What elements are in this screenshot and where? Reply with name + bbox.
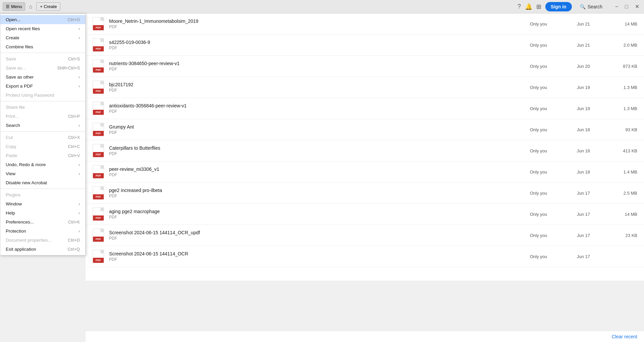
file-sharing: Only you <box>530 127 577 132</box>
menu-item-create[interactable]: Create› <box>0 33 85 42</box>
table-row[interactable]: PDF bjc2017192 PDF Only you Jun 19 1.3 M… <box>86 77 644 98</box>
file-sharing: Only you <box>530 191 577 196</box>
file-size: 413 KB <box>610 148 637 153</box>
table-row[interactable]: PDF pge2 increased pro-ilbeta PDF Only y… <box>86 183 644 204</box>
table-row[interactable]: PDF Screenshot 2024-06-15 144114_OCR PDF… <box>86 246 644 267</box>
menu-item-preferences[interactable]: Preferences...Ctrl+K <box>0 217 85 227</box>
menu-item-search[interactable]: Search› <box>0 121 85 130</box>
menu-item-label: Document properties... <box>6 238 52 243</box>
file-type: PDF <box>109 25 530 29</box>
file-info: peer-review_mi3306_v1 PDF <box>109 166 530 177</box>
menu-item-label: Disable new Acrobat <box>6 180 47 185</box>
menu-item-disable-acrobat[interactable]: Disable new Acrobat <box>0 178 85 187</box>
menu-item-combine[interactable]: Combine files <box>0 42 85 51</box>
file-size: 23 KB <box>610 233 637 238</box>
pdf-label: PDF <box>93 25 104 30</box>
table-row[interactable]: PDF antioxidants-3056846-peer-review-v1 … <box>86 98 644 119</box>
file-name: aging pge2 macrophage <box>109 209 530 214</box>
menu-item-shortcut: Ctrl+X <box>68 135 80 140</box>
file-date: Jun 19 <box>577 106 610 111</box>
file-sharing: Only you <box>530 254 577 259</box>
file-sharing: Only you <box>530 64 577 69</box>
menu-item-label: Save as other <box>6 75 34 80</box>
menu-divider <box>0 53 85 53</box>
menu-item-shortcut: Ctrl+V <box>68 153 80 158</box>
file-date: Jun 19 <box>577 85 610 90</box>
file-icon: PDF <box>92 17 104 31</box>
topbar-search-button[interactable]: 🔍 Search <box>576 3 606 11</box>
menu-item-window[interactable]: Window› <box>0 199 85 208</box>
search-icon: 🔍 <box>580 4 586 9</box>
apps-icon[interactable]: ⊞ <box>536 3 541 10</box>
table-row[interactable]: PDF Moore_Netrin-1_Immunometabolsim_2019… <box>86 13 644 35</box>
create-button[interactable]: + Create <box>36 2 60 11</box>
file-name: s42255-019-0036-9 <box>109 40 530 45</box>
table-row[interactable]: PDF Grumpy Ant PDF Only you Jun 18 93 KB <box>86 119 644 140</box>
table-row[interactable]: PDF s42255-019-0036-9 PDF Only you Jun 2… <box>86 35 644 56</box>
menu-item-arrow-icon: › <box>79 75 80 80</box>
pdf-label: PDF <box>93 89 104 94</box>
table-row[interactable]: PDF peer-review_mi3306_v1 PDF Only you J… <box>86 161 644 183</box>
pdf-icon: PDF <box>93 144 104 157</box>
table-row[interactable]: PDF Screenshot 2024-06-15 144114_OCR_upd… <box>86 225 644 246</box>
file-type: PDF <box>109 173 530 177</box>
menu-item-open[interactable]: Open...Ctrl+O <box>0 15 85 24</box>
menu-item-arrow-icon: › <box>79 211 80 215</box>
file-type: PDF <box>109 67 530 71</box>
menu-item-label: Help <box>6 210 15 215</box>
menu-item-label: Share file <box>6 105 25 110</box>
file-size: 14 MB <box>610 21 637 27</box>
file-date: Jun 18 <box>577 127 610 132</box>
file-info: Caterpillars to Butterflies PDF <box>109 145 530 156</box>
home-button[interactable]: ⌂ <box>27 2 35 11</box>
menu-item-exit[interactable]: Exit applicationCtrl+Q <box>0 245 85 254</box>
menu-item-protection[interactable]: Protection› <box>0 227 85 236</box>
file-type: PDF <box>109 109 530 114</box>
file-size: 2.0 MB <box>610 43 637 48</box>
file-info: antioxidants-3056846-peer-review-v1 PDF <box>109 103 530 114</box>
table-row[interactable]: PDF aging pge2 macrophage PDF Only you J… <box>86 204 644 225</box>
file-type: PDF <box>109 88 530 93</box>
notifications-icon[interactable]: 🔔 <box>525 3 532 10</box>
hamburger-icon: ☰ <box>6 4 10 9</box>
minimize-button[interactable]: − <box>613 3 620 10</box>
table-row[interactable]: PDF Caterpillars to Butterflies PDF Only… <box>86 140 644 161</box>
pdf-label: PDF <box>93 152 104 157</box>
menu-item-undo-redo[interactable]: Undo, Redo & more› <box>0 160 85 169</box>
menu-item-help[interactable]: Help› <box>0 208 85 217</box>
menu-item-save-as-other[interactable]: Save as other› <box>0 72 85 82</box>
menu-item-arrow-icon: › <box>79 162 80 167</box>
file-info: Screenshot 2024-06-15 144114_OCR PDF <box>109 251 530 262</box>
file-type: PDF <box>109 130 530 135</box>
bottom-bar: Clear recent <box>86 331 644 342</box>
table-row[interactable]: PDF nutrients-3084650-peer-review-v1 PDF… <box>86 56 644 77</box>
file-icon: PDF <box>92 228 104 242</box>
maximize-button[interactable]: □ <box>623 3 630 10</box>
help-icon[interactable]: ? <box>517 3 521 10</box>
menu-item-label: Plugins <box>6 192 20 197</box>
menu-item-shortcut: Ctrl+O <box>68 17 80 22</box>
menu-item-label: Exit application <box>6 247 36 252</box>
menu-button[interactable]: ☰ Menu <box>3 2 25 11</box>
window-controls: − □ ✕ <box>613 3 641 10</box>
file-type: PDF <box>109 257 530 262</box>
menu-item-export-pdf[interactable]: Export a PDF› <box>0 82 85 91</box>
signin-button[interactable]: Sign in <box>545 2 572 11</box>
file-name: Screenshot 2024-06-15 144114_OCR_updf <box>109 230 530 235</box>
menu-item-view[interactable]: View› <box>0 169 85 178</box>
file-size: 1.4 MB <box>610 169 637 175</box>
create-label: + Create <box>40 4 57 9</box>
menu-item-label: Window <box>6 201 22 206</box>
file-name: Caterpillars to Butterflies <box>109 145 530 151</box>
file-info: bjc2017192 PDF <box>109 82 530 93</box>
close-button[interactable]: ✕ <box>633 3 641 10</box>
pdf-label: PDF <box>93 173 104 178</box>
menu-item-shortcut: Ctrl+S <box>68 57 80 61</box>
menu-item-label: Print... <box>6 114 19 119</box>
file-icon: PDF <box>92 38 104 52</box>
file-size: 1.3 MB <box>610 106 637 111</box>
clear-recent-button[interactable]: Clear recent <box>612 334 637 339</box>
pdf-icon: PDF <box>93 229 104 242</box>
topbar-left: ☰ Menu ⌂ + Create <box>3 2 60 11</box>
menu-item-open-recent[interactable]: Open recent files› <box>0 24 85 33</box>
